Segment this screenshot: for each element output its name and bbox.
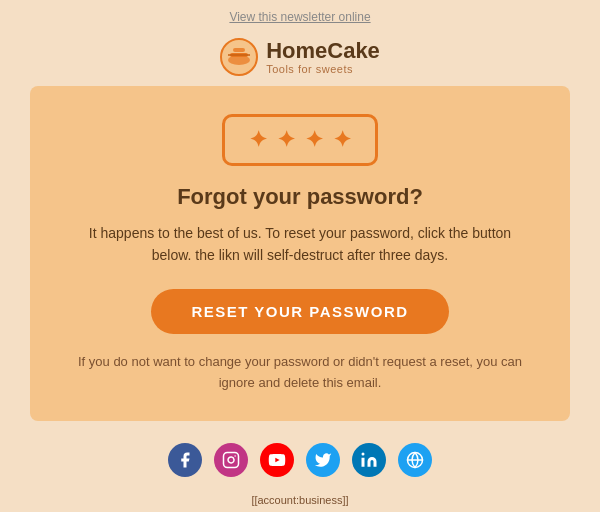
- star-1: ✦: [249, 127, 267, 153]
- instagram-icon[interactable]: [214, 443, 248, 477]
- footer-line1: [[account:business]]: [119, 491, 482, 511]
- twitter-icon[interactable]: [306, 443, 340, 477]
- svg-rect-5: [224, 453, 239, 468]
- svg-point-9: [362, 453, 365, 456]
- star-3: ✦: [305, 127, 323, 153]
- reset-password-button[interactable]: RESET YOUR PASSWORD: [151, 289, 448, 334]
- star-4: ✦: [333, 127, 351, 153]
- svg-rect-8: [362, 458, 365, 467]
- footer-links: [[account:business]] [[account:address_1…: [119, 491, 482, 512]
- password-icon-box: ✦ ✦ ✦ ✦: [222, 114, 378, 166]
- card-body: It happens to the best of us. To reset y…: [70, 222, 530, 267]
- logo-name: HomeCake: [266, 39, 380, 63]
- globe-icon[interactable]: [398, 443, 432, 477]
- logo-icon: [220, 38, 258, 76]
- linkedin-icon[interactable]: [352, 443, 386, 477]
- view-online-link[interactable]: View this newsletter online: [229, 10, 370, 24]
- card-footer-note: If you do not want to change your passwo…: [70, 352, 530, 394]
- facebook-icon[interactable]: [168, 443, 202, 477]
- logo-area: HomeCake Tools for sweets: [220, 38, 380, 76]
- star-2: ✦: [277, 127, 295, 153]
- logo-subtitle: Tools for sweets: [266, 63, 380, 75]
- youtube-icon[interactable]: [260, 443, 294, 477]
- card-title: Forgot your password?: [177, 184, 423, 210]
- logo-text: HomeCake Tools for sweets: [266, 39, 380, 75]
- main-card: ✦ ✦ ✦ ✦ Forgot your password? It happens…: [30, 86, 570, 421]
- social-row: [168, 443, 432, 477]
- svg-rect-3: [233, 48, 245, 52]
